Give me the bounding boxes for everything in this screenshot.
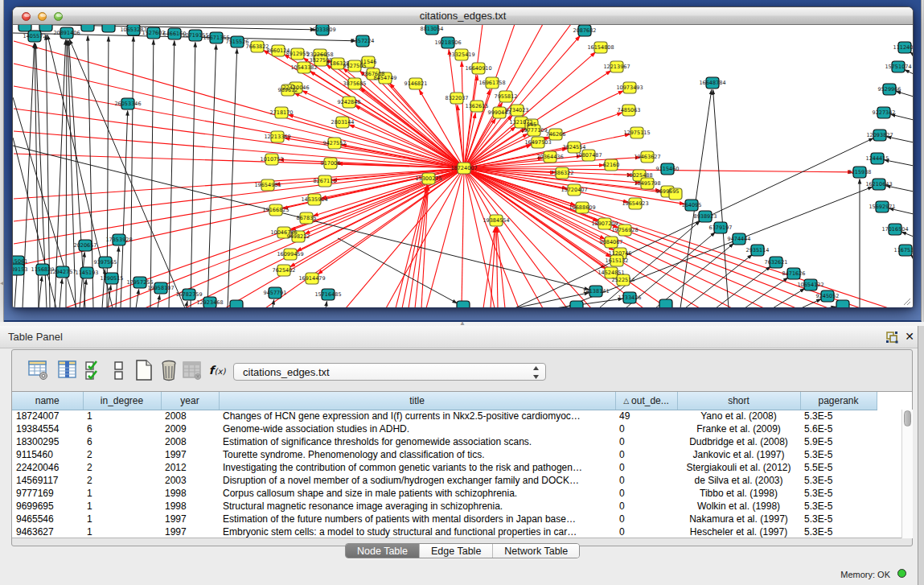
citation-edge-black[interactable] — [60, 278, 62, 307]
cell-out_degree[interactable]: 0 — [615, 525, 677, 538]
cell-short[interactable]: Wolkin et al. (1998) — [677, 500, 800, 513]
cell-pagerank[interactable]: 5.3E-5 — [800, 410, 877, 422]
show-columns-icon[interactable] — [56, 359, 79, 381]
cell-title[interactable]: Estimation of significance thresholds fo… — [219, 435, 615, 448]
splitter-collapse-arrow-icon[interactable]: ▲ — [458, 320, 466, 326]
cell-title[interactable]: Estimation of the future numbers of pati… — [219, 513, 615, 525]
cell-in_degree[interactable]: 1 — [83, 500, 161, 513]
graph-node[interactable] — [81, 25, 94, 31]
cell-out_degree[interactable]: 49 — [615, 410, 677, 422]
cell-out_degree[interactable]: 0 — [615, 448, 677, 461]
table-row[interactable]: 1830029562008Estimation of significance … — [12, 435, 901, 448]
cell-out_degree[interactable]: 0 — [615, 422, 677, 435]
table-selector-dropdown[interactable]: citations_edges.txt — [233, 363, 546, 381]
cell-title[interactable]: Embryonic stem cells: a model to study s… — [219, 525, 615, 538]
scrollbar-thumb[interactable] — [904, 410, 911, 426]
citation-edge-black[interactable] — [13, 138, 56, 307]
cell-pagerank[interactable]: 5.3E-5 — [800, 474, 877, 487]
table-vertical-scrollbar[interactable] — [901, 410, 913, 538]
cell-out_degree[interactable]: 0 — [615, 500, 677, 513]
cell-name[interactable]: 14569117 — [12, 474, 83, 487]
graph-node[interactable] — [836, 300, 849, 307]
cell-in_degree[interactable]: 2 — [83, 448, 161, 461]
cell-year[interactable]: 1997 — [161, 513, 219, 525]
cell-name[interactable]: 9699695 — [12, 500, 83, 513]
cell-title[interactable]: Investigating the contribution of common… — [219, 461, 615, 474]
citation-network-graph[interactable]: 1405572208914061065328715276026466160107… — [13, 25, 913, 307]
cell-year[interactable]: 2012 — [161, 461, 219, 474]
table-row[interactable]: 1872400712008Changes of HCN gene express… — [12, 410, 901, 422]
cell-pagerank[interactable]: 5.3E-5 — [800, 525, 877, 538]
cell-name[interactable]: 9115460 — [12, 448, 83, 461]
new-table-icon[interactable] — [133, 359, 155, 381]
citation-edge-black[interactable] — [207, 44, 216, 307]
cell-out_degree[interactable]: 0 — [615, 513, 677, 525]
cell-year[interactable]: 1998 — [161, 487, 219, 500]
window-resize-grip-icon[interactable] — [903, 298, 911, 306]
cell-pagerank[interactable]: 5.3E-5 — [800, 448, 877, 461]
citation-edge-black[interactable] — [905, 70, 913, 74]
cell-year[interactable]: 1997 — [161, 448, 219, 461]
cell-in_degree[interactable]: 6 — [83, 422, 161, 435]
close-panel-icon[interactable]: ✕ — [903, 329, 916, 344]
cell-title[interactable]: Changes of HCN gene expression and I(f) … — [219, 410, 615, 422]
cell-in_degree[interactable]: 1 — [83, 513, 161, 525]
citation-edge-black[interactable] — [655, 243, 733, 307]
graph-node[interactable] — [230, 300, 243, 307]
citation-edge-black[interactable] — [136, 289, 139, 307]
column-header-year[interactable]: year — [161, 392, 219, 410]
cell-name[interactable]: 18724007 — [12, 410, 83, 422]
row-height-icon[interactable] — [108, 359, 130, 381]
cell-title[interactable]: Genome-wide association studies in ADHD. — [219, 422, 615, 435]
graph-node[interactable] — [102, 25, 115, 32]
cell-short[interactable]: Yano et al. (2008) — [677, 410, 800, 422]
graph-node[interactable] — [457, 301, 470, 307]
column-header-name[interactable]: name — [12, 392, 83, 410]
cell-short[interactable]: Franke et al. (2009) — [677, 422, 800, 435]
cell-short[interactable]: Jankovic et al. (1997) — [677, 448, 800, 461]
network-window-titlebar[interactable]: citations_edges.txt — [13, 7, 913, 25]
column-header-title[interactable]: title — [219, 392, 615, 410]
citation-edge-black[interactable] — [273, 299, 274, 307]
citation-edge-red[interactable] — [462, 168, 464, 307]
tab-edge-table[interactable]: Edge Table — [420, 544, 493, 558]
table-row[interactable]: 1938455462009Genome-wide association stu… — [12, 422, 901, 435]
network-canvas[interactable]: 1405572208914061065328715276026466160107… — [13, 25, 913, 307]
memory-indicator-icon[interactable] — [897, 569, 906, 578]
column-header-pagerank[interactable]: pagerank — [800, 392, 877, 410]
cell-pagerank[interactable]: 5.3E-5 — [800, 500, 877, 513]
citation-edge-black[interactable] — [186, 301, 187, 307]
graph-node[interactable] — [570, 301, 583, 307]
table-row[interactable]: 911546021997Tourette syndrome. Phenomeno… — [12, 448, 901, 461]
citation-edge-red[interactable] — [349, 125, 464, 168]
cell-title[interactable]: Tourette syndrome. Phenomenology and cla… — [219, 448, 615, 461]
cell-out_degree[interactable]: 0 — [615, 487, 677, 500]
float-window-icon[interactable] — [885, 330, 899, 344]
citation-edge-red[interactable] — [496, 227, 498, 307]
delete-table-icon[interactable] — [158, 359, 180, 381]
cell-name[interactable]: 9465546 — [12, 513, 83, 525]
attribute-table[interactable]: namein_degreeyeartitle△out_de...shortpag… — [12, 392, 901, 538]
cell-out_degree[interactable]: 0 — [615, 435, 677, 448]
citation-edge-black[interactable] — [13, 25, 316, 30]
cell-year[interactable]: 2008 — [161, 435, 219, 448]
table-settings-icon[interactable] — [27, 359, 50, 381]
cell-in_degree[interactable]: 2 — [83, 461, 161, 474]
cell-name[interactable]: 19384554 — [12, 422, 83, 435]
citation-edge-black[interactable] — [801, 299, 821, 307]
tab-node-table[interactable]: Node Table — [346, 544, 420, 558]
cell-year[interactable]: 2009 — [161, 422, 219, 435]
cell-out_degree[interactable]: 0 — [615, 461, 677, 474]
import-table-icon[interactable] — [181, 359, 203, 381]
citation-edge-black[interactable] — [158, 295, 160, 307]
cell-name[interactable]: 18300295 — [12, 435, 83, 448]
cell-pagerank[interactable]: 5.5E-5 — [800, 461, 877, 474]
cell-pagerank[interactable]: 5.6E-5 — [800, 422, 877, 435]
cell-year[interactable]: 2008 — [161, 410, 219, 422]
citation-edge-black[interactable] — [326, 301, 327, 307]
function-builder-icon[interactable]: f (x) — [207, 361, 230, 379]
table-row[interactable]: 946554611997Estimation of the future num… — [12, 513, 901, 525]
cell-pagerank[interactable]: 5.9E-5 — [800, 435, 877, 448]
citation-edge-black[interactable] — [338, 238, 458, 303]
citation-edge-black[interactable] — [88, 35, 93, 307]
